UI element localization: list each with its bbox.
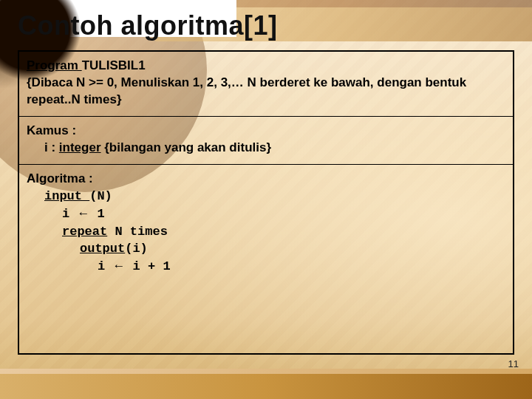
algo-output-arg: (i) <box>125 242 148 256</box>
kamus-comment: {bilangan yang akan ditulis} <box>101 140 272 154</box>
algo-output: output <box>80 242 125 256</box>
algo-incr-i: i <box>98 259 112 273</box>
kamus-type: integer <box>59 140 101 154</box>
arrow-icon: ← <box>112 259 125 273</box>
kamus-section: Kamus : i : integer {bilangan yang akan … <box>19 117 513 165</box>
arrow-icon: ← <box>77 206 89 220</box>
algo-incr-expr: i + 1 <box>125 259 170 273</box>
algo-label: Algoritma : <box>27 171 93 185</box>
program-label: Program <box>27 58 82 72</box>
algo-input-arg: (N) <box>89 189 112 203</box>
kamus-var: i : <box>44 140 59 154</box>
algo-input: input <box>44 189 89 203</box>
algo-repeat-times: N times <box>107 225 168 239</box>
slide-title: Contoh algoritma[1] <box>18 10 277 41</box>
code-box: Program TULISBIL1 {Dibaca N >= 0, Menuli… <box>18 50 514 355</box>
program-section: Program TULISBIL1 {Dibaca N >= 0, Menuli… <box>19 52 513 117</box>
algo-assign-1: 1 <box>89 207 104 221</box>
program-desc: {Dibaca N >= 0, Menuliskan 1, 2, 3,… N b… <box>27 75 466 106</box>
program-name: TULISBIL1 <box>82 58 146 72</box>
algo-repeat: repeat <box>62 225 107 239</box>
algo-assign-i: i <box>62 207 77 221</box>
kamus-label: Kamus : <box>27 123 76 137</box>
algoritma-section: Algoritma : input (N) i ← 1 repeat N tim… <box>19 165 513 284</box>
page-number: 11 <box>508 358 519 369</box>
